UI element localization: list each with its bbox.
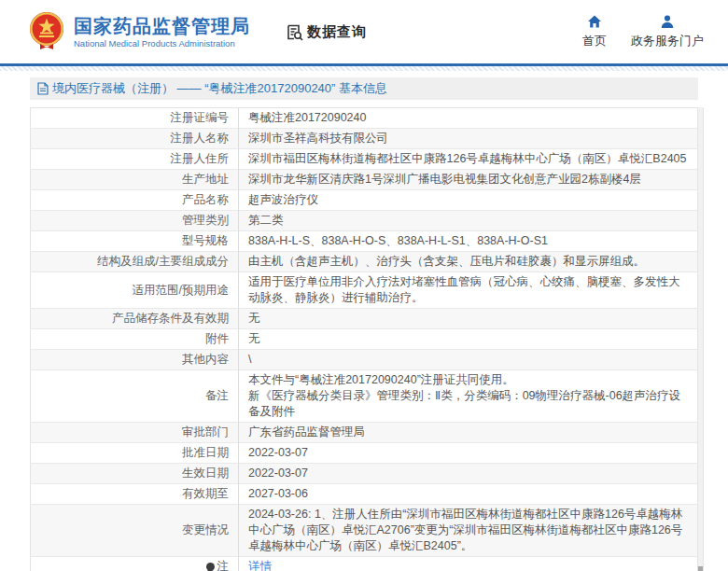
row-value: 深圳市福田区梅林街道梅都社区中康路126号卓越梅林中心广场（南区）卓悦汇B240…: [239, 149, 698, 170]
row-label: 其他内容: [31, 350, 239, 370]
row-label: 产品名称: [31, 190, 239, 211]
row-value: 第二类: [239, 211, 698, 231]
info-table-body: 注册证编号粤械注准20172090240注册人名称深圳市圣祥高科技有限公司注册人…: [31, 108, 698, 571]
row-value: 2022-03-07: [239, 443, 698, 464]
row-label: 批准日期: [31, 443, 239, 464]
data-search-icon: [286, 23, 303, 41]
row-label: 产品储存条件及有效期: [31, 309, 239, 329]
user-icon: [660, 14, 675, 29]
row-label: 注册人名称: [31, 129, 239, 149]
row-value: 2024-03-26: 1、注册人住所由“深圳市福田区梅林街道梅都社区中康路12…: [239, 505, 698, 557]
row-label: 生产地址: [31, 170, 239, 190]
row-label: 审批部门: [31, 423, 239, 443]
detail-link[interactable]: 详情: [248, 560, 272, 571]
row-value: 粤械注准20172090240: [239, 108, 698, 129]
nav-item-home[interactable]: 首页: [582, 14, 607, 49]
table-row: 其他内容\: [31, 350, 698, 370]
row-value: 2027-03-06: [239, 484, 698, 505]
row-value: \: [239, 350, 698, 370]
row-label: 型号规格: [31, 231, 239, 252]
row-label: 管理类别: [31, 211, 239, 231]
table-row: 备注本文件与“粤械注准20172090240”注册证共同使用。 新《医疗器械分类…: [31, 370, 698, 423]
table-row: 注册人住所深圳市福田区梅林街道梅都社区中康路126号卓越梅林中心广场（南区）卓悦…: [31, 149, 698, 170]
table-row: 注册人名称深圳市圣祥高科技有限公司: [31, 129, 698, 149]
table-row: 注详情: [31, 557, 698, 571]
page-title: 境内医疗器械（注册） —— “粤械注准20172090240” 基本信息: [52, 80, 387, 97]
table-row: 注册证编号粤械注准20172090240: [31, 108, 698, 129]
row-value: 适用于医疗单位用非介入疗法对堵塞性血管病（冠心病、心绞痛、脑梗塞、多发性大动脉炎…: [239, 272, 698, 309]
row-value: 深圳市圣祥高科技有限公司: [239, 129, 698, 149]
document-icon: [37, 82, 49, 95]
row-value: 详情: [239, 557, 698, 571]
row-value: 由主机（含超声主机）、治疗头（含支架、压电片和硅胶裹）和显示屏组成。: [239, 252, 698, 272]
nav-item-gov-portal[interactable]: 政务服务门户: [631, 14, 704, 49]
table-row: 产品名称超声波治疗仪: [31, 190, 698, 211]
table-row: 审批部门广东省药品监督管理局: [31, 423, 698, 443]
table-row: 生产地址深圳市龙华新区清庆路1号深圳广播电影电视集团文化创意产业园2栋副楼4层: [31, 170, 698, 190]
row-label: 附件: [31, 329, 239, 350]
home-icon: [587, 14, 602, 29]
row-value: 无: [239, 329, 698, 350]
nav-item-label: 首页: [582, 33, 607, 49]
table-row: 适用范围/预期用途适用于医疗单位用非介入疗法对堵塞性血管病（冠心病、心绞痛、脑梗…: [31, 272, 698, 309]
row-value: 超声波治疗仪: [239, 190, 698, 211]
row-value: 2022-03-07: [239, 464, 698, 484]
content-area: 境内医疗器械（注册） —— “粤械注准20172090240” 基本信息 注册证…: [30, 77, 698, 571]
row-label: 注: [31, 557, 239, 571]
table-row: 产品储存条件及有效期无: [31, 309, 698, 329]
data-query-link[interactable]: 数据查询: [286, 23, 367, 41]
row-value: 广东省药品监督管理局: [239, 423, 698, 443]
table-row: 管理类别第二类: [31, 211, 698, 231]
site-header: 国家药品监督管理局 National Medical Products Admi…: [0, 0, 728, 63]
table-row: 结构及组成/主要组成成分由主机（含超声主机）、治疗头（含支架、压电片和硅胶裹）和…: [31, 252, 698, 272]
row-value: 本文件与“粤械注准20172090240”注册证共同使用。 新《医疗器械分类目录…: [239, 370, 698, 423]
table-row: 型号规格838A-H-L-S、838A-H-O-S、838A-H-L-S1、83…: [31, 231, 698, 252]
table-row: 生效日期2022-03-07: [31, 464, 698, 484]
registration-info-table: 注册证编号粤械注准20172090240注册人名称深圳市圣祥高科技有限公司注册人…: [30, 107, 698, 571]
row-value: 无: [239, 309, 698, 329]
row-label: 适用范围/预期用途: [31, 272, 239, 309]
table-row: 变更情况2024-03-26: 1、注册人住所由“深圳市福田区梅林街道梅都社区中…: [31, 505, 698, 557]
table-row: 批准日期2022-03-07: [31, 443, 698, 464]
row-value: 838A-H-L-S、838A-H-O-S、838A-H-L-S1、838A-H…: [239, 231, 698, 252]
row-value: 深圳市龙华新区清庆路1号深圳广播电影电视集团文化创意产业园2栋副楼4层: [239, 170, 698, 190]
row-label: 有效期至: [31, 484, 239, 505]
nav-item-label: 政务服务门户: [631, 33, 704, 49]
row-label: 生效日期: [31, 464, 239, 484]
frame-scrollbar[interactable]: [697, 107, 704, 571]
data-query-label: 数据查询: [307, 23, 367, 41]
row-label: 注册人住所: [31, 149, 239, 170]
breadcrumb: 境内医疗器械（注册） —— “粤械注准20172090240” 基本信息: [30, 77, 698, 100]
row-label: 备注: [31, 370, 239, 423]
table-row: 附件无: [31, 329, 698, 350]
header-hatch-band: [0, 66, 728, 71]
row-label: 变更情况: [31, 505, 239, 557]
table-frame: 注册证编号粤械注准20172090240注册人名称深圳市圣祥高科技有限公司注册人…: [30, 107, 698, 571]
row-label: 结构及组成/主要组成成分: [31, 252, 239, 272]
org-names: 国家药品监督管理局 National Medical Products Admi…: [74, 15, 250, 49]
row-label: 注册证编号: [31, 108, 239, 129]
scrollbar-thumb[interactable]: [698, 566, 703, 571]
header-nav: 首页 政务服务门户: [582, 14, 704, 49]
site-logo[interactable]: 国家药品监督管理局 National Medical Products Admi…: [28, 10, 250, 53]
national-emblem-icon: [28, 10, 65, 53]
table-row: 有效期至2027-03-06: [31, 484, 698, 505]
org-name-cn: 国家药品监督管理局: [74, 15, 250, 37]
org-name-en: National Medical Products Administration: [74, 38, 250, 49]
note-icon: [206, 563, 215, 571]
